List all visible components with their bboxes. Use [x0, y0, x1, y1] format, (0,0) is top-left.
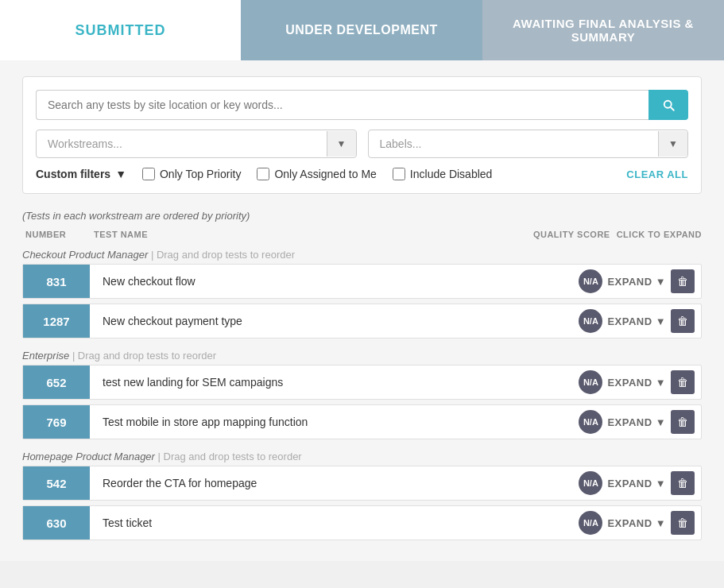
tab-awaiting-label: AWAITING FINAL ANALYSIS & SUMMARY: [482, 17, 724, 44]
test-actions: N/A EXPAND ▼ 🗑: [579, 370, 701, 394]
delete-icon: 🗑: [677, 477, 688, 489]
delete-button[interactable]: 🗑: [671, 471, 695, 495]
quality-score-badge: N/A: [579, 410, 602, 434]
test-number: 1287: [23, 304, 90, 338]
expand-button[interactable]: EXPAND ▼: [607, 377, 666, 389]
custom-filters-row: Custom filters ▼ Only Top Priority Only …: [36, 168, 688, 180]
expand-button[interactable]: EXPAND ▼: [607, 315, 666, 327]
only-assigned-to-me-checkbox[interactable]: [257, 168, 269, 180]
expand-button[interactable]: EXPAND ▼: [607, 416, 666, 428]
expand-button[interactable]: EXPAND ▼: [607, 517, 666, 529]
group-header-2: Homepage Product Manager | Drag and drop…: [22, 444, 702, 466]
expand-chevron-icon: ▼: [656, 377, 666, 389]
test-number: 630: [23, 506, 90, 540]
test-actions: N/A EXPAND ▼ 🗑: [579, 269, 701, 293]
labels-arrow-icon: ▼: [658, 131, 687, 157]
test-name: New checkout flow: [90, 275, 579, 288]
filter-box: Workstreams... ▼ Labels... ▼ Custom filt…: [22, 76, 702, 194]
delete-icon: 🗑: [677, 516, 688, 529]
delete-button[interactable]: 🗑: [671, 410, 695, 434]
delete-icon: 🗑: [677, 376, 688, 389]
quality-score-badge: N/A: [579, 511, 602, 535]
test-actions: N/A EXPAND ▼ 🗑: [579, 309, 701, 333]
search-icon: [661, 98, 676, 112]
col-header-click-to-expand: CLICK TO EXPAND: [617, 230, 702, 239]
search-row: [36, 90, 688, 120]
test-name: Test ticket: [90, 516, 579, 529]
search-input[interactable]: [36, 90, 649, 120]
table-row: 831 New checkout flow N/A EXPAND ▼ 🗑: [22, 264, 702, 299]
quality-score-badge: N/A: [579, 309, 602, 333]
expand-chevron-icon: ▼: [656, 478, 666, 489]
only-top-priority-label: Only Top Priority: [160, 168, 241, 180]
search-button[interactable]: [649, 90, 688, 120]
group-header-1: Enterprise | Drag and drop tests to reor…: [22, 343, 702, 365]
expand-chevron-icon: ▼: [656, 517, 666, 529]
tab-bar: SUBMITTED UNDER DEVELOPMENT AWAITING FIN…: [0, 0, 724, 60]
expand-chevron-icon: ▼: [656, 315, 666, 327]
delete-icon: 🗑: [677, 416, 688, 428]
custom-filters-chevron-icon: ▼: [115, 168, 126, 180]
col-header-quality-score: QUALITY SCORE: [533, 230, 610, 239]
test-number: 769: [23, 405, 90, 439]
col-header-number: NUMBER: [22, 230, 94, 239]
test-actions: N/A EXPAND ▼ 🗑: [579, 410, 701, 434]
test-number: 831: [23, 265, 90, 298]
custom-filters-label: Custom filters: [36, 168, 110, 180]
tab-submitted[interactable]: SUBMITTED: [0, 0, 241, 60]
test-actions: N/A EXPAND ▼ 🗑: [579, 511, 701, 535]
table-info: (Tests in each workstream are ordered by…: [22, 210, 702, 222]
labels-dropdown[interactable]: Labels... ▼: [368, 130, 689, 158]
delete-icon: 🗑: [677, 275, 688, 288]
expand-chevron-icon: ▼: [656, 416, 666, 428]
table-row: 652 test new landing for SEM campaigns N…: [22, 365, 702, 400]
quality-score-badge: N/A: [579, 370, 602, 394]
test-name: test new landing for SEM campaigns: [90, 376, 579, 389]
quality-score-badge: N/A: [579, 471, 602, 495]
table-info-text: (Tests in each workstream are ordered by…: [22, 210, 250, 222]
expand-button[interactable]: EXPAND ▼: [607, 478, 666, 489]
include-disabled-checkbox[interactable]: [393, 168, 405, 180]
delete-button[interactable]: 🗑: [671, 370, 695, 394]
workstreams-arrow-icon: ▼: [327, 131, 356, 157]
only-top-priority-checkbox[interactable]: [142, 168, 155, 180]
only-assigned-to-me-filter[interactable]: Only Assigned to Me: [257, 168, 376, 180]
only-assigned-to-me-label: Only Assigned to Me: [274, 168, 376, 180]
tab-submitted-label: SUBMITTED: [75, 22, 166, 39]
only-top-priority-filter[interactable]: Only Top Priority: [142, 168, 241, 180]
test-name: Test mobile in store app mapping functio…: [90, 416, 579, 428]
table-row: 542 Reorder the CTA for homepage N/A EXP…: [22, 466, 702, 501]
test-number: 542: [23, 466, 90, 500]
tab-under-dev-label: UNDER DEVELOPMENT: [285, 23, 438, 37]
table-row: 769 Test mobile in store app mapping fun…: [22, 404, 702, 439]
main-content: Workstreams... ▼ Labels... ▼ Custom filt…: [0, 60, 724, 561]
test-number: 652: [23, 366, 90, 399]
table-header: NUMBER TEST NAME QUALITY SCORE CLICK TO …: [22, 228, 702, 242]
col-header-right: QUALITY SCORE CLICK TO EXPAND: [533, 230, 702, 239]
include-disabled-label: Include Disabled: [410, 168, 493, 180]
quality-score-badge: N/A: [579, 269, 602, 293]
table-row: 1287 New checkout payment type N/A EXPAN…: [22, 304, 702, 338]
custom-filters-button[interactable]: Custom filters ▼: [36, 168, 126, 180]
include-disabled-filter[interactable]: Include Disabled: [393, 168, 493, 180]
dropdown-row: Workstreams... ▼ Labels... ▼: [36, 130, 688, 158]
tab-awaiting[interactable]: AWAITING FINAL ANALYSIS & SUMMARY: [482, 0, 724, 60]
col-header-test-name: TEST NAME: [94, 230, 533, 239]
expand-chevron-icon: ▼: [656, 276, 666, 288]
workstreams-dropdown[interactable]: Workstreams... ▼: [36, 130, 357, 158]
expand-button[interactable]: EXPAND ▼: [607, 276, 666, 288]
delete-icon: 🗑: [677, 315, 688, 327]
labels-label: Labels...: [369, 130, 659, 157]
groups-container: Checkout Product Manager | Drag and drop…: [22, 242, 702, 540]
clear-all-label: CLEAR ALL: [626, 168, 688, 180]
table-row: 630 Test ticket N/A EXPAND ▼ 🗑: [22, 505, 702, 540]
test-actions: N/A EXPAND ▼ 🗑: [579, 471, 701, 495]
test-name: Reorder the CTA for homepage: [90, 477, 579, 489]
workstreams-label: Workstreams...: [37, 130, 327, 157]
delete-button[interactable]: 🗑: [671, 269, 695, 293]
delete-button[interactable]: 🗑: [671, 309, 695, 333]
clear-all-button[interactable]: CLEAR ALL: [626, 168, 688, 180]
delete-button[interactable]: 🗑: [671, 511, 695, 535]
group-header-0: Checkout Product Manager | Drag and drop…: [22, 242, 702, 264]
tab-under-development[interactable]: UNDER DEVELOPMENT: [241, 0, 482, 60]
